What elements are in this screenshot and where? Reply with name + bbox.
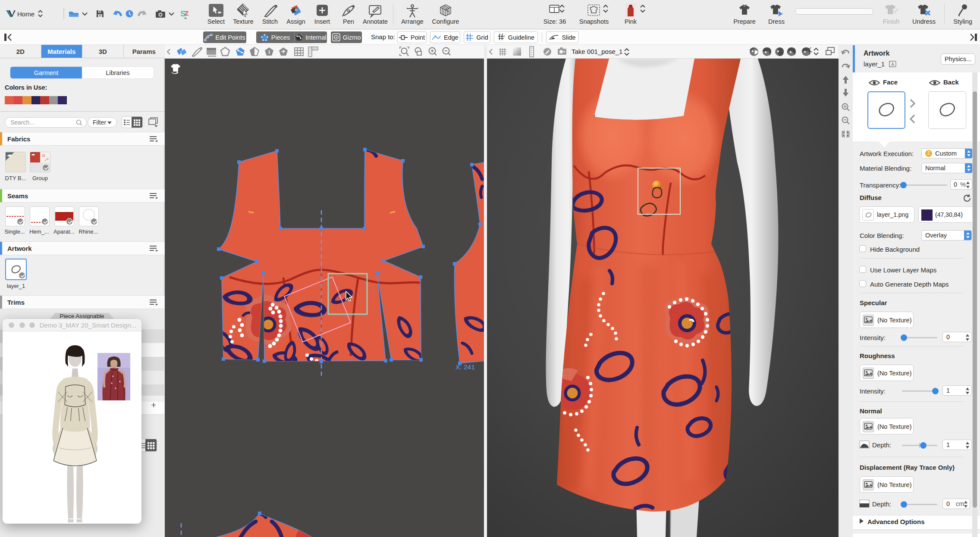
svg-text:Z: Z xyxy=(185,9,188,17)
svg-text:Take 001_pose_1: Take 001_pose_1 xyxy=(572,48,622,55)
svg-text:A: A xyxy=(891,62,894,67)
svg-text:i: i xyxy=(268,49,270,55)
svg-text:X: 241: X: 241 xyxy=(455,363,475,371)
